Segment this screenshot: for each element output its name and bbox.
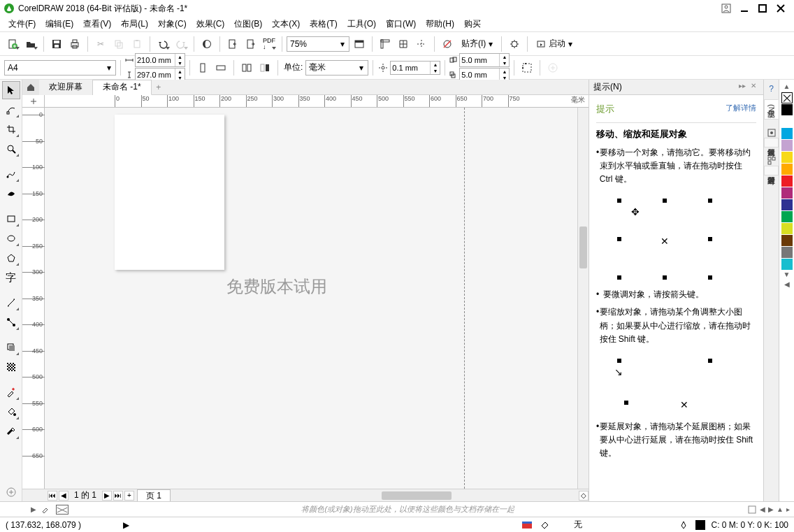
artistic-media-tool[interactable] [2,185,20,203]
treat-as-filled-button[interactable] [519,59,535,76]
import-button[interactable] [224,36,241,52]
menu-effect[interactable]: 效果(C) [192,17,229,31]
maximize-button[interactable] [753,2,772,15]
palette-up-arrow[interactable]: ▲ [777,505,784,513]
color-swatch[interactable] [781,187,793,199]
color-swatch[interactable] [781,259,793,270]
prev-page-button[interactable]: ◀ [59,491,68,501]
guide-line[interactable] [464,108,465,489]
page-tab[interactable]: 页 1 [137,489,171,502]
spin-up[interactable]: ▲ [175,69,185,75]
no-color-swatch[interactable] [781,92,793,103]
open-button[interactable] [22,36,39,52]
palette-menu-button[interactable]: ▸ [786,505,790,513]
menu-tools[interactable]: 工具(O) [343,17,380,31]
color-proof-icon[interactable] [521,519,533,531]
menu-bitmap[interactable]: 位图(B) [230,17,266,31]
palette-right-arrow[interactable]: ▶ [31,505,36,513]
color-swatch[interactable] [781,152,793,163]
learn-more-link[interactable]: 了解详情 [726,102,756,115]
spin-up[interactable]: ▲ [499,69,509,75]
zoom-tool[interactable] [2,140,20,158]
quick-customize-button[interactable] [2,483,20,501]
polygon-tool[interactable] [2,249,20,267]
rectangle-tool[interactable] [2,210,20,228]
spin-up[interactable]: ▲ [430,62,440,68]
search-content-button[interactable] [198,36,215,52]
spin-down[interactable]: ▼ [499,60,509,66]
close-button[interactable] [772,2,790,15]
fullscreen-preview-button[interactable] [351,36,368,52]
palette-up-button[interactable]: ▲ [784,82,791,92]
color-swatch[interactable] [781,211,793,222]
menu-object[interactable]: 对象(C) [154,17,191,31]
drop-shadow-tool[interactable] [2,338,20,357]
menu-file[interactable]: 文件(F) [4,17,40,31]
palette-down-button[interactable]: ▼ [784,271,791,280]
new-button[interactable] [4,36,21,52]
eyedropper-tool[interactable] [2,383,20,401]
vertical-ruler[interactable]: 050100150200250300350400450500550600650 [22,108,45,489]
scrollbar-thumb[interactable] [579,227,587,268]
last-page-button[interactable]: ⏭ [113,491,123,501]
docker-close-button[interactable]: ✕ [748,82,759,93]
horizontal-ruler[interactable]: 0501001502002503003504004505005506006507… [22,95,589,108]
color-swatch[interactable] [781,175,793,187]
docker-tab-properties[interactable]: 对象属性 [764,138,779,148]
color-swatch[interactable] [781,235,793,246]
scrollbar-thumb[interactable] [382,491,452,500]
menu-buy[interactable]: 购买 [460,17,485,31]
nudge-input[interactable]: ▲▼ [390,61,440,75]
show-grid-button[interactable] [395,36,412,52]
freehand-tool[interactable] [2,165,20,183]
landscape-button[interactable] [212,59,229,76]
horizontal-scrollbar[interactable] [172,491,577,501]
no-color-swatch[interactable] [56,505,68,515]
options-button[interactable] [506,36,523,52]
portrait-button[interactable] [194,59,211,76]
fill-indicator-icon[interactable] [539,519,551,531]
docker-tab-hints[interactable]: 提示(N) [764,99,779,120]
snap-off-button[interactable] [439,36,456,52]
color-swatch[interactable] [781,104,793,115]
outline-pen-icon[interactable] [677,519,690,531]
pick-tool[interactable] [2,81,20,99]
next-page-button[interactable]: ▶ [102,491,112,501]
navigator-button[interactable]: ◇ [579,491,589,501]
color-swatch[interactable] [781,199,793,210]
add-page-button[interactable]: + [124,491,134,501]
menu-window[interactable]: 窗口(W) [382,17,420,31]
dimension-tool[interactable] [2,294,20,312]
undo-button[interactable] [154,36,171,52]
menu-edit[interactable]: 编辑(E) [41,17,78,31]
palette-right-arrow2[interactable]: ▶ [768,505,774,513]
all-pages-button[interactable] [238,59,255,76]
crop-tool[interactable] [2,120,20,138]
snap-to-button[interactable]: 贴齐(I) ▾ [457,36,497,52]
vertical-scrollbar[interactable] [577,108,589,489]
menu-help[interactable]: 帮助(H) [421,17,459,31]
spin-up[interactable]: ▲ [499,54,509,60]
export-button[interactable] [243,36,259,52]
dup-x-input[interactable]: ▲▼ [459,53,510,67]
color-swatch[interactable] [781,247,793,258]
current-page-button[interactable] [257,59,273,76]
zoom-combo[interactable]: 75% ▾ [287,36,349,52]
print-button[interactable] [66,36,83,52]
ellipse-tool[interactable] [2,229,20,247]
spin-up[interactable]: ▲ [175,54,185,60]
connector-tool[interactable] [2,313,20,331]
transparency-tool[interactable] [2,358,20,376]
palette-left-arrow[interactable]: ◀ [760,505,765,513]
ruler-origin[interactable] [22,95,45,108]
welcome-tab[interactable]: 欢迎屏幕 [39,80,93,95]
spin-down[interactable]: ▼ [430,68,440,74]
palette-flyout-button[interactable]: ◀ [784,280,790,290]
menu-text[interactable]: 文本(X) [268,17,304,31]
unit-combo[interactable]: 毫米 ▾ [305,60,368,76]
docker-tab-manager[interactable]: 对象管理器 [764,166,779,175]
text-tool[interactable]: 字 [2,268,20,287]
show-guides-button[interactable] [413,36,430,52]
color-swatch[interactable] [781,116,793,127]
color-swatch[interactable] [781,164,793,175]
